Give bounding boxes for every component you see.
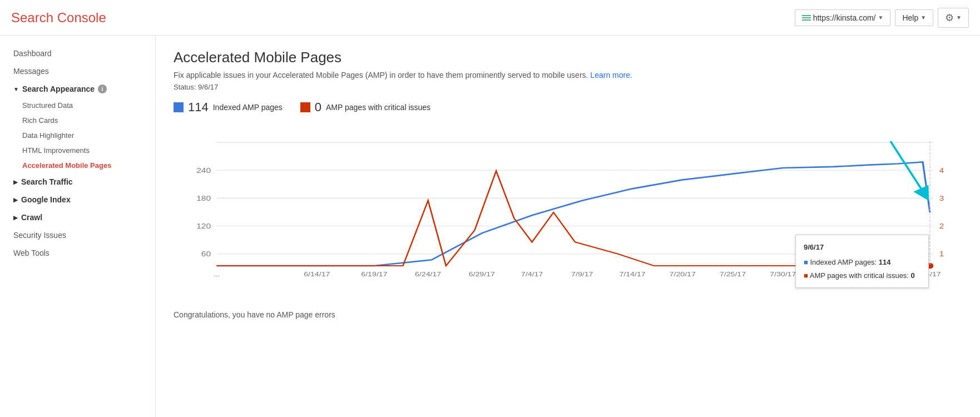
help-button[interactable]: Help ▼ bbox=[895, 9, 933, 26]
tooltip-indexed-label: Indexed AMP pages: bbox=[810, 258, 877, 266]
google-index-arrow-icon: ▶ bbox=[13, 197, 18, 203]
sidebar-item-structured-data[interactable]: Structured Data bbox=[0, 98, 155, 113]
google-index-label: Google Index bbox=[21, 195, 71, 204]
chart-container: 60 120 180 240 1 2 3 4 ... 6/14/17 6/19/… bbox=[174, 123, 962, 301]
tooltip-indexed-row: ■ Indexed AMP pages: 114 bbox=[804, 256, 920, 269]
sidebar-item-rich-cards[interactable]: Rich Cards bbox=[0, 113, 155, 128]
tooltip-indexed-value: 114 bbox=[879, 258, 891, 266]
critical-count: 0 bbox=[315, 100, 321, 115]
chart-tooltip: 9/6/17 ■ Indexed AMP pages: 114 ■ AMP pa… bbox=[795, 235, 929, 288]
site-selector[interactable]: https://kinsta.com/ ▼ bbox=[795, 9, 891, 26]
sidebar-section-crawl[interactable]: ▶ Crawl bbox=[0, 209, 155, 226]
site-url-label: https://kinsta.com/ bbox=[813, 13, 876, 22]
page-title: Accelerated Mobile Pages bbox=[174, 49, 962, 66]
sidebar-item-messages[interactable]: Messages bbox=[0, 62, 155, 80]
settings-button[interactable]: ⚙ ▼ bbox=[938, 8, 969, 28]
amp-label: Accelerated Mobile Pages bbox=[22, 161, 111, 170]
page-description: Fix applicable issues in your Accelerate… bbox=[174, 71, 962, 80]
status-line: Status: 9/6/17 bbox=[174, 83, 962, 91]
app-title: Search Console bbox=[11, 10, 106, 26]
svg-text:7/9/17: 7/9/17 bbox=[571, 270, 593, 278]
svg-text:7/14/17: 7/14/17 bbox=[619, 270, 645, 278]
svg-text:120: 120 bbox=[196, 222, 211, 230]
info-icon: i bbox=[98, 85, 107, 93]
svg-text:240: 240 bbox=[196, 166, 211, 174]
tooltip-critical-row: ■ AMP pages with critical issues: 0 bbox=[804, 269, 920, 282]
legend-indexed: 114 Indexed AMP pages bbox=[174, 100, 283, 115]
svg-text:6/14/17: 6/14/17 bbox=[304, 270, 330, 278]
svg-text:7/30/17: 7/30/17 bbox=[770, 270, 796, 278]
svg-text:4: 4 bbox=[939, 166, 944, 174]
sidebar-item-data-highlighter[interactable]: Data Highlighter bbox=[0, 128, 155, 143]
svg-text:2: 2 bbox=[939, 222, 944, 230]
svg-text:60: 60 bbox=[201, 250, 211, 257]
sidebar-item-html-improvements[interactable]: HTML Improvements bbox=[0, 143, 155, 158]
data-highlighter-label: Data Highlighter bbox=[22, 131, 74, 140]
svg-text:3: 3 bbox=[939, 194, 944, 202]
settings-chevron-icon: ▼ bbox=[956, 14, 962, 21]
legend-red-box bbox=[300, 102, 310, 112]
site-icon bbox=[802, 15, 811, 21]
crawl-arrow-icon: ▶ bbox=[13, 215, 18, 221]
svg-text:180: 180 bbox=[196, 194, 211, 202]
html-improvements-label: HTML Improvements bbox=[22, 146, 90, 155]
svg-text:7/20/17: 7/20/17 bbox=[670, 270, 696, 278]
sidebar-item-dashboard[interactable]: Dashboard bbox=[0, 44, 155, 62]
congrats-message: Congratulations, you have no AMP page er… bbox=[174, 310, 962, 319]
main-content: Accelerated Mobile Pages Fix applicable … bbox=[156, 36, 980, 417]
tooltip-critical-label: AMP pages with critical issues: bbox=[810, 271, 909, 280]
search-appearance-arrow-icon: ▼ bbox=[13, 86, 19, 92]
sidebar-section-search-traffic[interactable]: ▶ Search Traffic bbox=[0, 173, 155, 191]
header-controls: https://kinsta.com/ ▼ Help ▼ ⚙ ▼ bbox=[795, 8, 969, 28]
sidebar-item-web-tools[interactable]: Web Tools bbox=[0, 244, 155, 262]
legend-critical: 0 AMP pages with critical issues bbox=[300, 100, 430, 115]
svg-text:7/4/17: 7/4/17 bbox=[521, 270, 543, 278]
messages-label: Messages bbox=[13, 67, 49, 76]
svg-text:...: ... bbox=[213, 270, 220, 278]
security-issues-label: Security Issues bbox=[13, 231, 66, 240]
crawl-label: Crawl bbox=[21, 213, 42, 222]
tooltip-date: 9/6/17 bbox=[804, 241, 920, 254]
sidebar-item-security-issues[interactable]: Security Issues bbox=[0, 226, 155, 244]
critical-label: AMP pages with critical issues bbox=[326, 103, 430, 112]
help-label: Help bbox=[902, 13, 918, 22]
svg-text:7/25/17: 7/25/17 bbox=[720, 270, 746, 278]
tooltip-critical-value: 0 bbox=[911, 271, 915, 280]
rich-cards-label: Rich Cards bbox=[22, 116, 58, 125]
dashboard-label: Dashboard bbox=[13, 49, 52, 58]
svg-text:1: 1 bbox=[939, 250, 944, 257]
svg-text:6/29/17: 6/29/17 bbox=[469, 270, 495, 278]
sidebar-section-search-appearance[interactable]: ▼ Search Appearance i bbox=[0, 80, 155, 98]
sidebar-section-google-index[interactable]: ▶ Google Index bbox=[0, 191, 155, 209]
svg-text:6/19/17: 6/19/17 bbox=[361, 270, 387, 278]
search-traffic-arrow-icon: ▶ bbox=[13, 179, 18, 185]
sidebar-item-amp[interactable]: Accelerated Mobile Pages bbox=[0, 158, 155, 173]
legend-blue-box bbox=[174, 102, 184, 112]
help-chevron-icon: ▼ bbox=[920, 14, 926, 21]
gear-icon: ⚙ bbox=[945, 12, 954, 24]
search-appearance-label: Search Appearance bbox=[22, 85, 95, 93]
indexed-count: 114 bbox=[188, 100, 209, 115]
svg-text:6/24/17: 6/24/17 bbox=[415, 270, 441, 278]
description-text: Fix applicable issues in your Accelerate… bbox=[174, 71, 588, 80]
svg-line-30 bbox=[890, 141, 925, 195]
search-traffic-label: Search Traffic bbox=[21, 177, 73, 186]
web-tools-label: Web Tools bbox=[13, 249, 50, 257]
chart-legend: 114 Indexed AMP pages 0 AMP pages with c… bbox=[174, 100, 962, 115]
header: Search Console https://kinsta.com/ ▼ Hel… bbox=[0, 0, 980, 36]
structured-data-label: Structured Data bbox=[22, 101, 73, 110]
learn-more-link[interactable]: Learn more. bbox=[590, 71, 632, 80]
indexed-label: Indexed AMP pages bbox=[213, 103, 283, 112]
sidebar: Dashboard Messages ▼ Search Appearance i… bbox=[0, 36, 156, 417]
site-chevron-icon: ▼ bbox=[878, 14, 883, 21]
layout: Dashboard Messages ▼ Search Appearance i… bbox=[0, 36, 980, 417]
